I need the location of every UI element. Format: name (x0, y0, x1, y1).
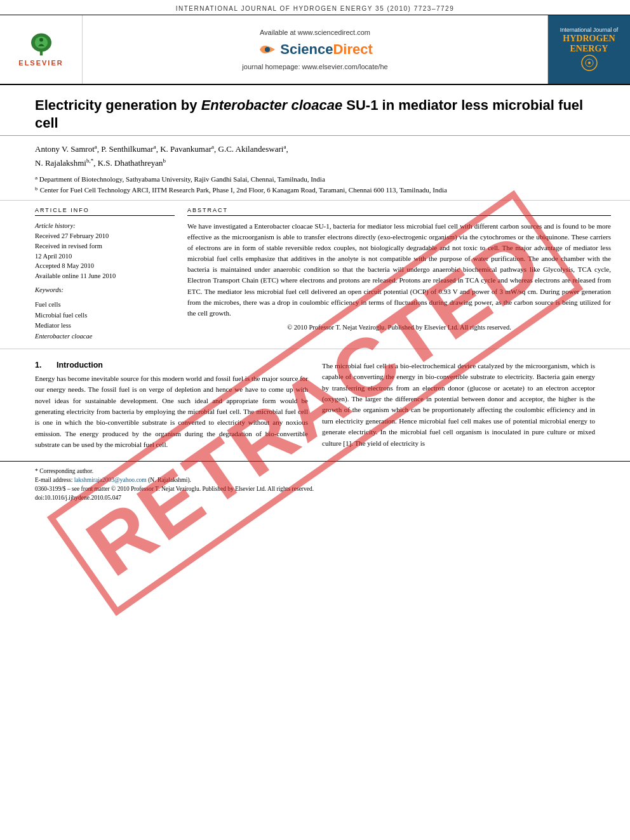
section1-heading: 1. Introduction (35, 361, 308, 373)
journal-homepage: journal homepage: www.elsevier.com/locat… (242, 63, 387, 70)
footnote-area: * Corresponding author. E-mail address: … (0, 461, 630, 507)
body-col-left: 1. Introduction Energy has become inevit… (35, 361, 308, 451)
affiliation-a: ᵃ Department of Biotechnology, Sathyabam… (35, 174, 595, 185)
article-title: Electricity generation by Enterobacter c… (35, 97, 595, 131)
sd-name: ScienceDirect (280, 41, 373, 58)
sciencedirect-logo: ScienceDirect (257, 41, 373, 58)
footnote-email: E-mail address: lakshmiraja2003@yahoo.co… (35, 476, 595, 484)
footnote-issn: 0360-3199/$ – see front matter © 2010 Pr… (35, 484, 595, 493)
footnote-doi: doi:10.1016/j.ijhydene.2010.05.047 (35, 493, 595, 502)
keywords-list: Fuel cells Microbial fuel cells Mediator… (35, 300, 175, 342)
keywords-label: Keywords: (35, 286, 175, 293)
publisher-bar: ELSEVIER Available at www.sciencedirect.… (0, 15, 630, 85)
svg-point-4 (265, 47, 270, 52)
footnote-corresponding: * Corresponding author. (35, 467, 595, 476)
footnote-email-link[interactable]: lakshmiraja2003@yahoo.com (74, 477, 147, 483)
article-info-label: Article Info (35, 207, 175, 216)
section1-right-text: The microbial fuel cell is a bio-electro… (322, 361, 595, 449)
article-title-section: Electricity generation by Enterobacter c… (0, 85, 630, 136)
authors-section: Antony V. Samrota, P. Senthilkumara, K. … (0, 136, 630, 201)
available-text: Available at www.sciencedirect.com (260, 29, 370, 36)
main-body: RETRACTED 1. Introduction Energy has bec… (0, 349, 630, 457)
svg-point-3 (39, 38, 43, 42)
hydrogen-logo-title: HYDROGENENERGY (563, 34, 615, 53)
article-info-history: Article history: Received 27 February 20… (35, 221, 175, 281)
authors: Antony V. Samrota, P. Senthilkumara, K. … (35, 142, 595, 170)
article-info-col: Article Info Article history: Received 2… (35, 207, 175, 342)
keyword-1: Fuel cells (35, 300, 175, 310)
keyword-2: Microbial fuel cells (35, 310, 175, 321)
affiliation-b: ᵇ Center for Fuel Cell Technology ARCI, … (35, 185, 595, 196)
section1-left-text: Energy has become inevitable source for … (35, 373, 308, 451)
journal-header: International Journal of Hydrogen Energy… (0, 0, 630, 15)
keyword-4: Enterobacter cloacae (35, 331, 175, 342)
svg-point-7 (588, 62, 591, 64)
keyword-3: Mediator less (35, 321, 175, 331)
elsevier-text: ELSEVIER (18, 59, 63, 67)
abstract-copyright: © 2010 Professor T. Nejat Veziroglu. Pub… (187, 324, 611, 331)
hydrogen-logo-text-line1: International Journal of (560, 27, 619, 34)
sciencedirect-area: Available at www.sciencedirect.com Scien… (83, 15, 547, 84)
abstract-col: Abstract We have investigated a Enteroba… (187, 207, 611, 342)
affiliations: ᵃ Department of Biotechnology, Sathyabam… (35, 174, 595, 195)
abstract-text: We have investigated a Enterobacter cloa… (187, 221, 611, 318)
article-info-abstract: Article Info Article history: Received 2… (0, 201, 630, 349)
body-columns: 1. Introduction Energy has become inevit… (35, 361, 595, 451)
abstract-label: Abstract (187, 207, 611, 216)
hydrogen-energy-logo: International Journal of HYDROGENENERGY (547, 15, 630, 84)
body-col-right: The microbial fuel cell is a bio-electro… (322, 361, 595, 451)
elsevier-logo: ELSEVIER (0, 15, 83, 84)
